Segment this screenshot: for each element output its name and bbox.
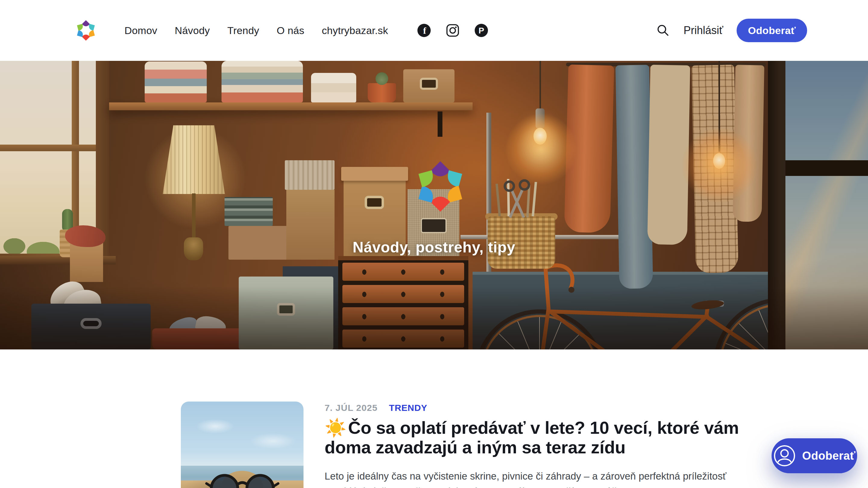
article-title[interactable]: ☀️Čo sa oplatí predávať v lete? 10 vecí,… — [324, 418, 777, 457]
nav-item-o-nas[interactable]: O nás — [277, 25, 304, 36]
brand-petals-icon — [76, 19, 96, 42]
sunglasses-icon — [205, 472, 280, 488]
nav-item-domov[interactable]: Domov — [124, 25, 157, 36]
instagram-icon[interactable] — [446, 24, 460, 37]
article-date: 7. JÚL 2025 — [324, 403, 378, 413]
top-navigation-bar: Domov Návody Trendy O nás chytrybazar.sk… — [0, 0, 868, 61]
article-title-text: Čo sa oplatí predávať v lete? 10 vecí, k… — [324, 418, 739, 457]
article-category-link[interactable]: TRENDY — [389, 403, 427, 413]
hero-logo-watermark — [416, 158, 465, 215]
sun-emoji-icon: ☀️ — [324, 418, 346, 437]
social-links: f P — [417, 0, 488, 61]
nav-item-navody[interactable]: Návody — [175, 25, 210, 36]
svg-text:P: P — [478, 26, 484, 35]
hero-tagline: Návody, postrehy, tipy — [0, 238, 868, 256]
facebook-icon[interactable]: f — [417, 24, 431, 37]
user-circle-icon — [773, 445, 796, 467]
article-meta: 7. JÚL 2025 TRENDY — [324, 403, 427, 413]
site-logo[interactable] — [76, 19, 96, 42]
nav-item-trendy[interactable]: Trendy — [227, 25, 259, 36]
floating-subscribe-label: Odoberať — [802, 450, 856, 462]
subscribe-button[interactable]: Odoberať — [737, 19, 807, 42]
floating-subscribe-button[interactable]: Odoberať — [772, 438, 857, 473]
hero-banner: Návody, postrehy, tipy — [0, 61, 868, 350]
svg-text:f: f — [423, 26, 427, 36]
login-link[interactable]: Prihlásiť — [684, 0, 723, 61]
search-icon[interactable] — [656, 24, 670, 37]
article-thumbnail[interactable] — [181, 401, 304, 488]
main-nav: Domov Návody Trendy O nás chytrybazar.sk — [124, 0, 388, 61]
pinterest-icon[interactable]: P — [474, 24, 488, 37]
article-excerpt: Leto je ideálny čas na vyčistenie skrine… — [324, 468, 752, 488]
nav-item-chytrybazar[interactable]: chytrybazar.sk — [322, 25, 388, 36]
